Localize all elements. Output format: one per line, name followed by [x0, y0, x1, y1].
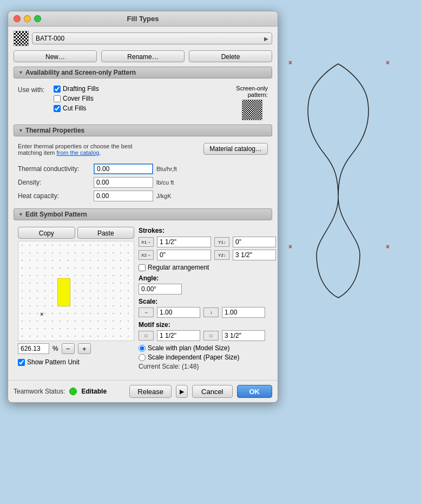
- show-pattern-unit-checkbox[interactable]: [18, 359, 25, 366]
- paste-button[interactable]: Paste: [77, 227, 135, 239]
- symbol-triangle-icon: ▼: [18, 212, 23, 217]
- heat-capacity-row: Heat capacity: J/kgK: [18, 191, 268, 201]
- angle-section: Angle:: [139, 274, 276, 294]
- stroke-x1-icon: X1→: [139, 237, 154, 247]
- regular-arrangement-checkbox[interactable]: [139, 264, 146, 271]
- availability-section-header: ▼ Availability and Screen-only Pattern: [14, 67, 272, 78]
- minimize-button[interactable]: [24, 15, 31, 22]
- zoom-percent: %: [52, 345, 58, 352]
- cross-marker: ×: [40, 311, 43, 317]
- teamwork-section: Teamwork Status: Editable Release ▶ Canc…: [8, 380, 278, 402]
- zoom-row: % − +: [18, 343, 134, 354]
- stroke-grid: X1→ Y1↓ X2→ Y2↓: [139, 237, 276, 260]
- use-with-row: Use with: Drafting Fills Cover Fills Cut…: [18, 85, 268, 120]
- copy-paste-row: Copy Paste: [18, 227, 134, 239]
- regular-arrangement-label: Regular arrangement: [148, 264, 209, 271]
- stroke-y2-input[interactable]: [233, 250, 276, 260]
- stroke-x2-input[interactable]: [157, 250, 211, 260]
- drafting-fills-label: Drafting Fills: [63, 85, 99, 93]
- delete-button[interactable]: Delete: [189, 50, 272, 62]
- close-button[interactable]: [14, 15, 21, 22]
- strokes-label: Strokes:: [139, 227, 276, 234]
- thermal-content: Enter thermal properties or choose the b…: [14, 141, 272, 208]
- yellow-motif: [57, 278, 70, 306]
- manage-buttons-row: New… Rename… Delete: [14, 50, 272, 62]
- rename-button[interactable]: Rename…: [101, 50, 185, 62]
- density-label: Density:: [18, 179, 94, 186]
- scale-label: Scale:: [139, 298, 276, 305]
- new-button[interactable]: New…: [14, 50, 97, 62]
- density-row: Density: lb/cu ft: [18, 177, 268, 188]
- radio-paper-size-row: Scale independent (Paper Size): [139, 354, 276, 361]
- cut-fills-label: Cut Fills: [63, 104, 86, 112]
- screen-only-pattern-preview: [242, 100, 262, 120]
- zoom-input[interactable]: [18, 343, 49, 354]
- cover-fills-row: Cover Fills: [54, 95, 99, 102]
- drafting-fills-checkbox[interactable]: [54, 86, 61, 93]
- motif-field-row: □ □: [139, 330, 276, 341]
- scale-y-input[interactable]: [222, 307, 265, 318]
- scale-section: Scale: ↔ ↕: [139, 298, 276, 318]
- svg-text:×: ×: [386, 243, 390, 251]
- scale-x-input[interactable]: [157, 307, 200, 318]
- show-pattern-unit-label: Show Pattern Unit: [27, 358, 80, 366]
- catalog-link[interactable]: from the catalog: [57, 149, 100, 156]
- titlebar: Fill Types: [8, 11, 278, 27]
- fill-types-dialog: Fill Types BATT-000 ▶ New… Rename… Delet…: [8, 11, 278, 403]
- heat-capacity-input[interactable]: [94, 191, 153, 201]
- fill-type-row: BATT-000 ▶: [14, 31, 272, 46]
- drafting-fills-row: Drafting Fills: [54, 85, 99, 93]
- window-title: Fill Types: [127, 15, 159, 23]
- stroke-y2-icon: Y2↓: [214, 250, 229, 260]
- angle-label: Angle:: [139, 274, 276, 282]
- scale-paper-size-label: Scale independent (Paper Size): [148, 354, 239, 361]
- svg-text:×: ×: [288, 59, 292, 67]
- zoom-button[interactable]: [34, 15, 41, 22]
- stroke-x2-icon: X2→: [139, 250, 154, 260]
- availability-section-title: Availability and Screen-only Pattern: [25, 69, 136, 76]
- motif-x-icon: □: [139, 331, 154, 341]
- conductivity-row: Thermal conductivity: Btu/hr,ft: [18, 163, 268, 174]
- zoom-in-button[interactable]: +: [78, 343, 91, 354]
- pattern-canvas: ×: [18, 241, 134, 341]
- release-arrow-button[interactable]: ▶: [176, 385, 188, 398]
- heat-capacity-unit: J/kgK: [156, 193, 172, 199]
- release-button[interactable]: Release: [129, 385, 172, 398]
- stroke-x1-input[interactable]: [157, 237, 211, 247]
- cover-fills-checkbox[interactable]: [54, 95, 61, 102]
- zoom-out-button[interactable]: −: [62, 343, 75, 354]
- cover-fills-label: Cover Fills: [63, 95, 94, 102]
- motif-y-input[interactable]: [222, 330, 265, 341]
- thermal-section-title: Thermal Properties: [25, 127, 84, 134]
- regular-arrangement-row: Regular arrangement: [139, 264, 276, 271]
- cancel-button[interactable]: Cancel: [192, 385, 232, 398]
- availability-content: Use with: Drafting Fills Cover Fills Cut…: [14, 83, 272, 125]
- motif-x-input[interactable]: [157, 330, 200, 341]
- screen-only-label: Screen-onlypattern:: [236, 85, 268, 98]
- strokes-panel: Strokes: X1→ Y1↓ X2→ Y2↓: [139, 227, 276, 370]
- checkboxes-col: Drafting Fills Cover Fills Cut Fills: [54, 85, 99, 112]
- copy-button[interactable]: Copy: [18, 227, 75, 239]
- density-unit: lb/cu ft: [156, 179, 174, 186]
- stroke-y1-input[interactable]: [233, 237, 276, 247]
- fill-type-dropdown[interactable]: BATT-000 ▶: [32, 32, 272, 44]
- conductivity-unit: Btu/hr,ft: [156, 166, 177, 172]
- material-catalog-button[interactable]: Material catalog…: [203, 143, 268, 155]
- scale-paper-size-radio[interactable]: [139, 354, 146, 361]
- conductivity-input[interactable]: [94, 163, 153, 174]
- shape-preview: × × × ×: [284, 54, 409, 314]
- show-pattern-unit-row: Show Pattern Unit: [18, 358, 134, 366]
- svg-text:×: ×: [386, 59, 390, 67]
- heat-capacity-label: Heat capacity:: [18, 192, 94, 200]
- symbol-content: Copy Paste × % − +: [14, 225, 272, 375]
- stroke-y1-icon: Y1↓: [214, 237, 229, 247]
- scale-y-icon: ↕: [203, 307, 219, 317]
- angle-input[interactable]: [139, 284, 182, 294]
- density-input[interactable]: [94, 177, 153, 188]
- scale-model-size-radio[interactable]: [139, 345, 146, 352]
- motif-y-icon: □: [203, 331, 219, 341]
- scale-field-row: ↔ ↕: [139, 307, 276, 318]
- ok-button[interactable]: OK: [237, 385, 273, 398]
- cut-fills-checkbox[interactable]: [54, 105, 61, 112]
- status-dot-icon: [69, 388, 77, 395]
